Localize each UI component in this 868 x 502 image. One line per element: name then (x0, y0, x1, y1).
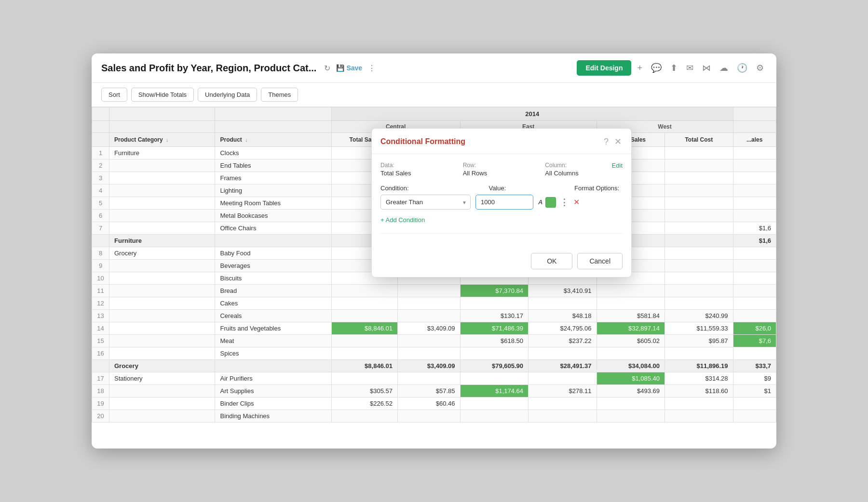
dialog-footer: OK Cancel (372, 247, 631, 277)
table-cell (109, 397, 215, 410)
schedule-button[interactable]: 🕐 (734, 61, 750, 75)
table-cell (109, 272, 215, 285)
table-cell: Binding Machines (215, 410, 331, 423)
ok-button[interactable]: OK (531, 253, 572, 269)
table-cell: 3 (92, 172, 109, 185)
table-cell: Meat (215, 335, 331, 347)
themes-button[interactable]: Themes (261, 88, 298, 102)
share-icon: ⋈ (702, 63, 711, 73)
table-cell (733, 172, 776, 185)
table-cell: $95.87 (665, 335, 733, 347)
table-cell: $48.18 (529, 310, 597, 322)
dialog-data-label: Data: (380, 162, 458, 169)
table-cell: $1,085.40 (597, 372, 665, 385)
table-cell: Binder Clips (215, 397, 331, 410)
more-options-button[interactable]: ⋮ (366, 62, 378, 75)
comment-button[interactable]: 💬 (648, 61, 665, 75)
table-cell: $11,896.19 (665, 360, 733, 372)
cancel-button[interactable]: Cancel (577, 253, 623, 269)
share-button[interactable]: ⋈ (699, 61, 714, 75)
dialog-edit-link[interactable]: Edit (612, 162, 623, 169)
table-row: 16Spices (92, 347, 776, 360)
cloud-button[interactable]: ☁ (717, 61, 731, 75)
show-hide-totals-button[interactable]: Show/Hide Totals (131, 88, 194, 102)
year-empty-2 (109, 107, 215, 121)
table-cell: 5 (92, 197, 109, 210)
settings-button[interactable]: ⚙ (753, 61, 767, 75)
save-button[interactable]: 💾 Save (336, 64, 362, 72)
table-cell: 10 (92, 272, 109, 285)
table-cell (529, 397, 597, 410)
sort-button[interactable]: Sort (101, 88, 127, 102)
add-condition-link[interactable]: + Add Condition (380, 216, 425, 224)
add-button[interactable]: + (634, 61, 645, 75)
table-cell: 16 (92, 347, 109, 360)
table-cell: 13 (92, 310, 109, 322)
table-cell (733, 272, 776, 285)
table-cell (665, 147, 733, 159)
dialog-close-button[interactable]: ✕ (613, 135, 623, 148)
edit-design-button[interactable]: Edit Design (577, 60, 631, 76)
table-cell: 14 (92, 322, 109, 335)
col-num (92, 133, 109, 147)
table-cell: $8,846.01 (331, 322, 397, 335)
condition-select[interactable]: Greater Than Less Than Equal To Greater … (380, 195, 471, 210)
table-cell: $79,605.90 (460, 360, 529, 372)
table-row: Grocery$8,846.01$3,409.09$79,605.90$28,4… (92, 360, 776, 372)
table-cell (733, 185, 776, 197)
table-cell: $605.02 (597, 335, 665, 347)
table-cell: $60.46 (397, 397, 460, 410)
col-w-cost: Total Cost (665, 133, 733, 147)
table-cell: $33,7 (733, 360, 776, 372)
table-cell: 9 (92, 260, 109, 272)
table-cell: Bread (215, 285, 331, 297)
table-cell (215, 360, 331, 372)
table-cell (665, 285, 733, 297)
table-cell: $226.52 (331, 397, 397, 410)
table-cell: 7 (92, 222, 109, 235)
format-color-swatch[interactable] (545, 197, 556, 208)
table-cell (109, 410, 215, 423)
table-cell: $314.28 (665, 372, 733, 385)
dialog-header: Conditional Formatting ? ✕ (372, 129, 631, 154)
format-more-button[interactable]: ⋮ (559, 197, 570, 208)
table-cell (397, 347, 460, 360)
table-cell: $34,084.00 (597, 360, 665, 372)
dialog-help-button[interactable]: ? (603, 136, 610, 148)
table-cell: 15 (92, 335, 109, 347)
upload-button[interactable]: ⬆ (667, 61, 680, 75)
table-cell: 20 (92, 410, 109, 423)
table-cell: End Tables (215, 159, 331, 172)
dialog-title: Conditional Formatting (380, 137, 465, 146)
table-cell (460, 410, 529, 423)
table-cell (331, 335, 397, 347)
table-cell (665, 172, 733, 185)
header-icons: ↻ 💾 Save ⋮ (322, 62, 378, 75)
table-cell (109, 335, 215, 347)
region-empty-3 (215, 121, 331, 133)
table-cell: $240.99 (665, 310, 733, 322)
mail-button[interactable]: ✉ (683, 61, 696, 75)
table-cell (109, 260, 215, 272)
table-cell: Biscuits (215, 272, 331, 285)
condition-label: Condition: (380, 185, 409, 192)
table-cell: 11 (92, 285, 109, 297)
table-cell: Metal Bookcases (215, 210, 331, 222)
table-row: 12Cakes (92, 297, 776, 310)
format-delete-button[interactable]: ✕ (572, 198, 581, 207)
underlying-data-button[interactable]: Underlying Data (198, 88, 257, 102)
refresh-button[interactable]: ↻ (322, 62, 332, 75)
condition-select-wrapper: Greater Than Less Than Equal To Greater … (380, 195, 471, 210)
table-cell (733, 247, 776, 260)
table-cell (109, 322, 215, 335)
table-cell: $3,409.09 (397, 322, 460, 335)
dialog-row-label: Row: (463, 162, 541, 169)
col-category: Product Category ↓ (109, 133, 215, 147)
table-cell: Cakes (215, 297, 331, 310)
table-cell: $71,486.39 (460, 322, 529, 335)
table-cell: $1 (733, 385, 776, 397)
table-cell: Beverages (215, 260, 331, 272)
table-cell (665, 272, 733, 285)
value-input[interactable] (475, 195, 533, 210)
table-cell (215, 235, 331, 247)
